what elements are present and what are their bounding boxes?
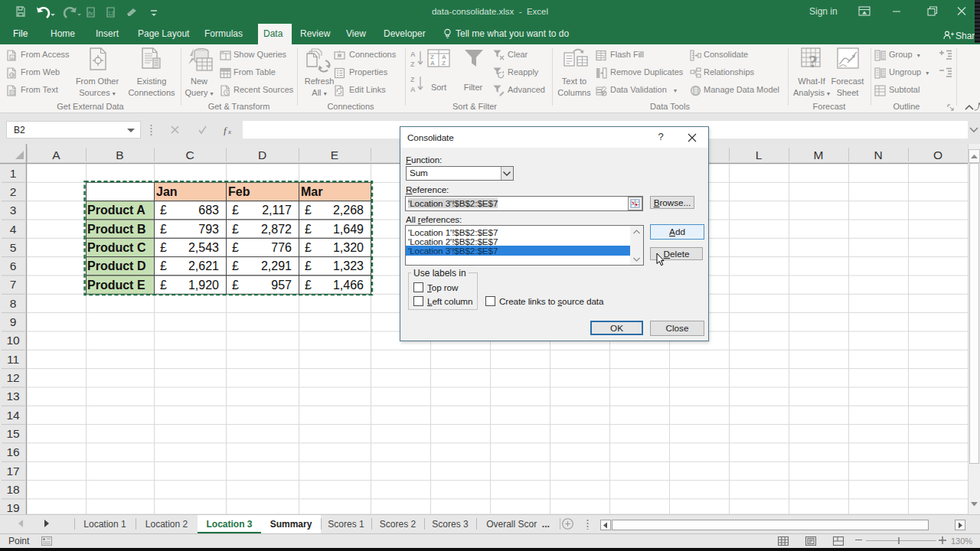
svg-text:N: N (874, 148, 882, 161)
svg-text:6: 6 (10, 259, 17, 272)
svg-text:776: 776 (271, 241, 292, 254)
svg-text:2,621: 2,621 (188, 259, 219, 272)
svg-text:£: £ (305, 204, 312, 217)
svg-text:1: 1 (10, 167, 17, 180)
svg-text:683: 683 (198, 204, 219, 217)
svg-text:£: £ (232, 204, 239, 217)
svg-text:4: 4 (10, 223, 17, 236)
svg-text:7: 7 (10, 278, 17, 291)
svg-text:12: 12 (6, 371, 19, 384)
svg-text:Mar: Mar (301, 185, 322, 198)
svg-text:1,466: 1,466 (333, 279, 364, 292)
svg-text:£: £ (232, 259, 239, 272)
svg-text:£: £ (305, 259, 312, 272)
svg-text:8: 8 (10, 297, 17, 310)
svg-text:?: ? (808, 51, 818, 71)
svg-text:Product B: Product B (87, 223, 145, 236)
svg-text:1,649: 1,649 (333, 223, 364, 236)
svg-text:3: 3 (10, 204, 17, 217)
svg-text:£: £ (232, 223, 239, 236)
svg-text:1,323: 1,323 (333, 259, 364, 272)
svg-text:Product D: Product D (87, 259, 145, 272)
svg-text:£: £ (160, 279, 167, 292)
svg-text:18: 18 (6, 483, 19, 496)
svg-text:£: £ (160, 204, 167, 217)
svg-text:x: x (227, 128, 231, 135)
svg-text:2,543: 2,543 (188, 241, 219, 254)
svg-text:£: £ (305, 279, 312, 292)
svg-text:O: O (933, 148, 942, 161)
svg-text:13: 13 (6, 390, 19, 403)
svg-text:10: 10 (6, 334, 20, 347)
svg-text:1,320: 1,320 (333, 241, 364, 254)
svg-text:A: A (430, 60, 435, 67)
svg-text:£: £ (160, 241, 167, 254)
svg-text:E: E (331, 148, 338, 161)
svg-text:B: B (116, 148, 123, 161)
svg-text:2,268: 2,268 (333, 204, 364, 217)
svg-text:2: 2 (10, 185, 17, 198)
svg-text:957: 957 (271, 279, 292, 292)
svg-text:C: C (185, 148, 194, 161)
svg-text:M: M (814, 148, 824, 161)
svg-text:17: 17 (6, 465, 19, 478)
svg-text:£: £ (305, 223, 312, 236)
svg-text:A: A (410, 51, 416, 58)
svg-text:9: 9 (10, 315, 17, 328)
svg-text:Product A: Product A (87, 204, 145, 217)
svg-text:L: L (756, 148, 763, 161)
svg-text:793: 793 (198, 223, 219, 236)
svg-text:19: 19 (6, 501, 19, 514)
svg-text:11: 11 (7, 353, 19, 366)
svg-text:Product E: Product E (87, 279, 145, 292)
svg-text:£: £ (232, 279, 239, 292)
svg-text:A: A (52, 148, 60, 161)
svg-text:Product C: Product C (87, 241, 146, 254)
svg-text:D: D (258, 148, 266, 161)
svg-text:14: 14 (6, 409, 20, 422)
svg-text:Feb: Feb (228, 185, 250, 198)
svg-text:16: 16 (6, 445, 19, 458)
svg-text:2,872: 2,872 (261, 223, 292, 236)
svg-text:£: £ (160, 259, 167, 272)
svg-text:A: A (11, 56, 14, 60)
svg-text:£: £ (232, 241, 239, 254)
svg-text:Z: Z (410, 60, 415, 68)
svg-text:Jan: Jan (156, 185, 178, 198)
svg-text:15: 15 (6, 427, 19, 440)
svg-text:£: £ (160, 223, 167, 236)
svg-text:1,920: 1,920 (188, 279, 219, 292)
svg-text:5: 5 (10, 241, 17, 254)
svg-text:2,117: 2,117 (262, 204, 292, 217)
svg-text:£: £ (305, 241, 312, 254)
svg-text:Z: Z (442, 60, 446, 67)
svg-text:2,291: 2,291 (261, 259, 292, 272)
